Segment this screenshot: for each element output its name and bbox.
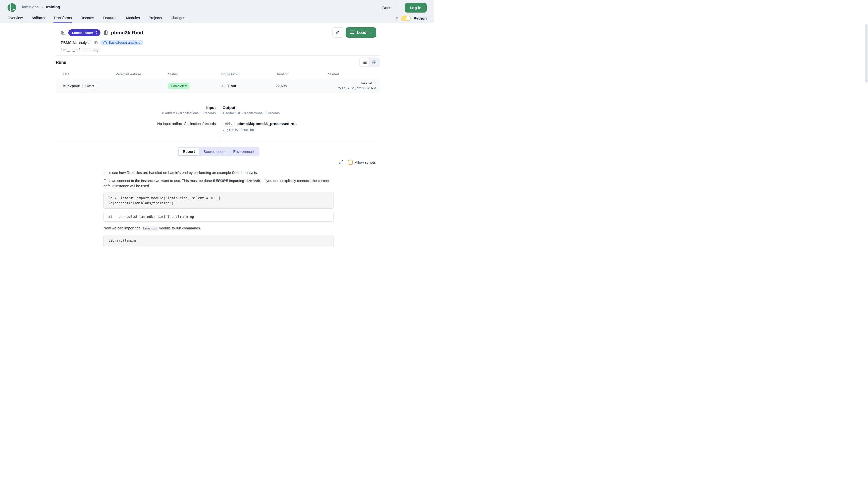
load-button[interactable]: Load [346, 27, 376, 38]
tab-environment[interactable]: Environment [229, 148, 259, 155]
toggle-label-r: R [396, 16, 398, 21]
notebook-icon [103, 30, 108, 35]
nav-tab-changes[interactable]: Changes [170, 13, 185, 23]
output-artifact-count[interactable]: 1 artifact [223, 111, 235, 115]
col-started: Started [328, 72, 380, 76]
allow-scripts-control[interactable]: Allow scripts [348, 160, 376, 165]
run-output-count: 1 out [228, 84, 236, 88]
tab-source-code[interactable]: Source code [199, 148, 229, 155]
grid-icon [372, 60, 377, 65]
input-panel: Input 0 artifacts · 0 collections · 0 re… [56, 102, 219, 142]
inline-code-lamindb: lamindb [245, 178, 262, 183]
nav-tab-projects[interactable]: Projects [148, 13, 162, 23]
side-panel-expand-icon[interactable] [61, 30, 65, 35]
load-label: Load [357, 30, 367, 35]
inline-code-lamindb: lamindb [142, 226, 158, 231]
col-duration: Duration [275, 72, 328, 76]
toggle-label-python: Python [413, 16, 427, 21]
share-button[interactable] [332, 27, 343, 38]
allow-scripts-label: Allow scripts [355, 160, 376, 165]
run-uid: WD6vpHAR [63, 84, 80, 88]
run-status-badge: Completed [168, 83, 189, 89]
report-paragraph-1: Let’s see how Rmd files are handled on L… [103, 170, 333, 175]
section-divider [56, 142, 380, 142]
col-io: Input/Output [221, 72, 275, 76]
nav-tab-overview[interactable]: Overview [7, 13, 23, 23]
breadcrumb-owner[interactable]: laminlabs [22, 5, 38, 9]
code-output-connect: ## → connected lamindb: laminlabs/traini… [103, 212, 333, 222]
transform-header: Latest – 000A pbmc3k.Rmd [56, 23, 380, 56]
col-uid: UID [63, 72, 116, 76]
nav-tab-features[interactable]: Features [103, 13, 118, 23]
header-divider [398, 4, 398, 12]
code-block-import: library(laminr) ln <- import_module("lam… [103, 235, 333, 246]
version-label: Latest – 000A [72, 31, 93, 35]
artifact-uid-size: VugfUMiw (208 kB) [223, 128, 380, 132]
language-toggle-group: R Python [396, 16, 427, 21]
col-params: Params/Features [116, 72, 168, 76]
runs-table-header: UID Params/Features Status Input/Output … [56, 71, 380, 79]
run-latest-badge: Latest [82, 83, 97, 89]
r-python-toggle[interactable] [401, 16, 411, 21]
fullscreen-icon[interactable] [339, 159, 344, 165]
output-summary-rest: · 0 collections · 0 records [242, 111, 280, 115]
lamin-logo-icon[interactable] [7, 3, 17, 12]
artifact-name: pbmc3k/pbmc3k_processed.rds [237, 122, 296, 126]
nav-tab-modules[interactable]: Modules [126, 13, 140, 23]
share-icon [335, 30, 340, 35]
output-artifact-link[interactable]: 000L pbmc3k/pbmc3k_processed.rds [223, 121, 380, 127]
output-heading: Output [223, 105, 380, 110]
table-view-button[interactable] [369, 58, 379, 66]
run-row[interactable]: WD6vpHAR Latest Completed 0 in1 out 22.6… [56, 79, 380, 93]
monitor-download-icon [349, 30, 355, 35]
nav-tab-transforms[interactable]: Transforms [53, 13, 72, 23]
output-panel: Output 1 artifact · 0 collections · 0 re… [219, 102, 380, 142]
project-badge[interactable]: BasicSeurat analysis [101, 40, 143, 45]
report-document: Let’s see how Rmd files are handled on L… [103, 170, 333, 246]
copy-icon[interactable] [94, 41, 98, 45]
external-link-icon[interactable] [237, 111, 240, 115]
input-empty-message: No input artifacts/collections/records [56, 122, 216, 126]
artifact-suffix-badge: 000L [223, 121, 235, 127]
section-divider [56, 56, 380, 56]
login-button[interactable]: Log in [405, 3, 427, 13]
report-tabs: Report Source code Environment [178, 147, 260, 156]
docs-link[interactable]: Docs [382, 5, 391, 10]
main-nav: Overview Artifacts Transforms Records Fe… [0, 13, 193, 23]
runs-heading: Runs [56, 60, 66, 65]
run-input-count: 0 in [221, 84, 227, 88]
tab-report[interactable]: Report [179, 148, 199, 155]
breadcrumb: laminlabs › training [22, 5, 60, 9]
runs-table: UID Params/Features Status Input/Output … [56, 71, 380, 93]
nav-tab-records[interactable]: Records [80, 13, 95, 23]
toggle-knob [406, 16, 410, 21]
nav-tab-artifacts[interactable]: Artifacts [31, 13, 45, 23]
code-block-connect: lc <- laminr::import_module("lamin_cli",… [103, 193, 333, 209]
run-started-by: luke_at_di [328, 81, 376, 86]
input-heading: Input [56, 105, 216, 110]
breadcrumb-instance[interactable]: training [46, 5, 60, 9]
transform-description: PBMC 3k analysis [61, 40, 91, 45]
created-by-meta: luke_at_di 6 months ago [61, 48, 380, 56]
col-status: Status [168, 72, 221, 76]
run-io-panel: Input 0 artifacts · 0 collections · 0 re… [56, 102, 380, 142]
page-title: pbmc3k.Rmd [111, 29, 143, 36]
app-header: laminlabs › training Docs Log in Overvie… [0, 0, 434, 23]
allow-scripts-checkbox[interactable] [348, 160, 353, 165]
version-select[interactable]: Latest – 000A [68, 29, 101, 36]
briefcase-icon [103, 41, 107, 44]
chevron-down-icon [369, 30, 372, 35]
section-divider [56, 98, 380, 98]
main-content: Latest – 000A pbmc3k.Rmd [56, 23, 380, 246]
run-started-at: Oct 1, 2025, 12:06:30 PM [328, 86, 376, 91]
run-duration: 22.69s [275, 84, 328, 88]
runs-view-toggle [359, 58, 380, 67]
chevron-up-down-icon [95, 31, 98, 35]
input-summary: 0 artifacts · 0 collections · 0 records [162, 111, 216, 115]
list-icon [363, 60, 367, 65]
list-view-button[interactable] [360, 58, 369, 66]
report-paragraph-3: Now we can import the lamindb module to … [103, 226, 333, 231]
breadcrumb-separator: › [41, 5, 43, 9]
report-paragraph-2: First we connect to the instance we want… [103, 178, 333, 189]
project-badge-label: BasicSeurat analysis [109, 41, 140, 44]
